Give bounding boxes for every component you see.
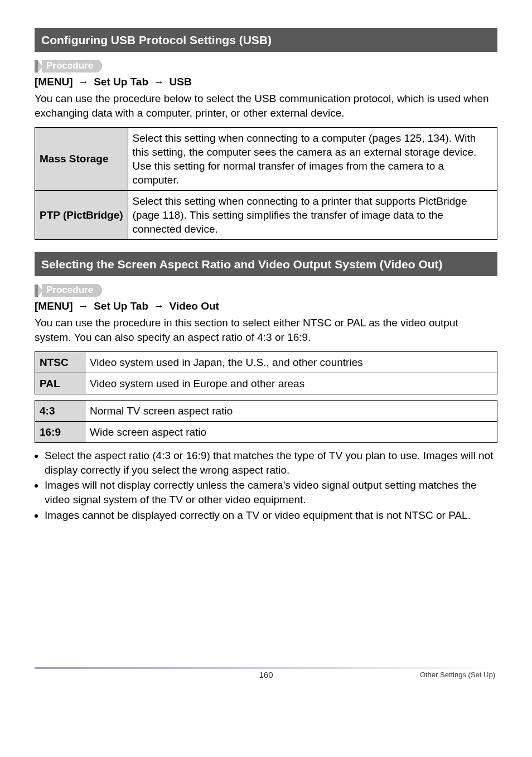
cell-desc: Video system used in Japan, the U.S., an…	[85, 351, 497, 373]
cell-label: NTSC	[35, 351, 85, 373]
menu-prefix: [MENU]	[35, 76, 73, 88]
procedure-label: Procedure	[42, 284, 102, 297]
table-row: Mass Storage Select this setting when co…	[35, 127, 497, 190]
section-title-usb: Configuring USB Protocol Settings (USB)	[35, 28, 497, 52]
menu-mid: Set Up Tab	[94, 76, 148, 88]
list-item: Select the aspect ratio (4:3 or 16:9) th…	[45, 449, 497, 477]
cell-label: PAL	[35, 373, 85, 394]
cell-desc: Wide screen aspect ratio	[85, 421, 497, 442]
menu-prefix: [MENU]	[35, 300, 73, 312]
footer-right-text: Other Settings (Set Up)	[420, 671, 495, 679]
arrow-right-icon: →	[151, 76, 166, 88]
menu-path-video: [MENU] → Set Up Tab → Video Out	[35, 300, 497, 312]
table-row: NTSC Video system used in Japan, the U.S…	[35, 351, 497, 373]
arrow-right-icon: →	[76, 76, 91, 88]
cell-label: 16:9	[35, 421, 85, 442]
table-row: PTP (PictBridge) Select this setting whe…	[35, 190, 497, 239]
page-number: 160	[259, 670, 273, 679]
table-row: PAL Video system used in Europe and othe…	[35, 373, 497, 394]
list-item: Images will not display correctly unless…	[45, 478, 497, 507]
menu-mid: Set Up Tab	[94, 300, 148, 312]
section-title-video: Selecting the Screen Aspect Ratio and Vi…	[35, 252, 497, 276]
menu-end: Video Out	[170, 300, 219, 312]
procedure-header-1: Procedure	[35, 60, 497, 73]
notes-list: Select the aspect ratio (4:3 or 16:9) th…	[35, 449, 497, 522]
cell-desc: Video system used in Europe and other ar…	[85, 373, 497, 394]
procedure-header-2: Procedure	[35, 284, 497, 297]
cell-desc: Normal TV screen aspect ratio	[85, 400, 497, 421]
page-footer: 160 Other Settings (Set Up)	[35, 667, 497, 690]
intro-text-video: You can use the procedure in this sectio…	[35, 316, 497, 344]
menu-path-usb: [MENU] → Set Up Tab → USB	[35, 76, 497, 88]
table-row: 16:9 Wide screen aspect ratio	[35, 421, 497, 442]
footer-divider-icon	[35, 667, 497, 669]
video-system-table: NTSC Video system used in Japan, the U.S…	[35, 351, 497, 394]
table-row: 4:3 Normal TV screen aspect ratio	[35, 400, 497, 421]
procedure-label: Procedure	[42, 60, 102, 73]
usb-settings-table: Mass Storage Select this setting when co…	[35, 127, 497, 240]
menu-end: USB	[170, 76, 192, 88]
cell-desc: Select this setting when connecting to a…	[128, 127, 497, 190]
arrow-right-icon: →	[76, 300, 91, 312]
cell-label: Mass Storage	[35, 127, 128, 190]
cell-label: PTP (PictBridge)	[35, 190, 128, 239]
cell-label: 4:3	[35, 400, 85, 421]
aspect-ratio-table: 4:3 Normal TV screen aspect ratio 16:9 W…	[35, 400, 497, 443]
cell-desc: Select this setting when connecting to a…	[128, 190, 497, 239]
arrow-right-icon: →	[151, 300, 166, 312]
intro-text-usb: You can use the procedure below to selec…	[35, 91, 497, 120]
list-item: Images cannot be displayed correctly on …	[45, 508, 497, 523]
